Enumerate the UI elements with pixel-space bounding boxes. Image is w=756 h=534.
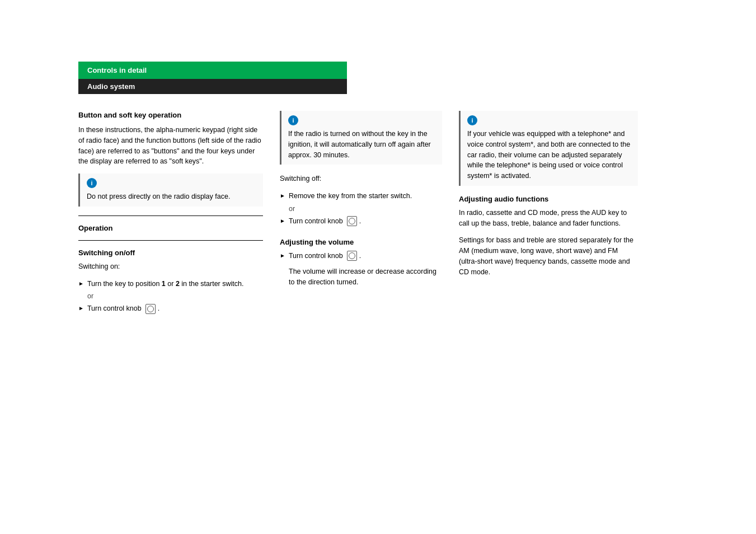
knob-icon-middle-off: [347, 216, 357, 226]
left-bullet1-text: Turn the key to position 1 or 2 in the s…: [87, 279, 244, 289]
switching-heading: Switching on/off: [78, 249, 263, 257]
adjusting-audio-heading: Adjusting audio functions: [459, 195, 638, 203]
knob-icon-volume: [347, 251, 357, 261]
bullet-arrow-1: ►: [78, 280, 84, 287]
knob-icon-left: [145, 304, 156, 314]
middle-info-icon: i: [288, 115, 298, 125]
header-black-bar: Audio system: [78, 79, 347, 94]
header-title: Controls in detail: [87, 66, 147, 74]
middle-bullet2-text: Turn control knob .: [289, 216, 361, 227]
middle-bullet1: ► Remove the key from the starter switch…: [280, 191, 442, 202]
adjusting-audio-text2: Settings for bass and treble are stored …: [459, 235, 638, 277]
bullet-arrow-2: ►: [78, 305, 84, 311]
left-section-heading: Button and soft key operation: [78, 111, 263, 119]
right-info-text: If your vehicle was equipped with a tele…: [467, 129, 631, 181]
left-info-box: i Do not press directly on the radio dis…: [78, 174, 263, 207]
right-info-icon: i: [467, 115, 477, 125]
header-green-bar: Controls in detail: [78, 62, 347, 79]
left-bullet2-text: Turn control knob .: [87, 303, 159, 314]
middle-info-box: i If the radio is turned on without the …: [280, 111, 442, 165]
header-subtitle: Audio system: [87, 82, 135, 91]
middle-info-text: If the radio is turned on without the ke…: [288, 129, 435, 160]
header-section: Controls in detail Audio system: [78, 62, 347, 94]
page-container: Controls in detail Audio system Button a…: [0, 62, 756, 534]
left-bullet2: ► Turn control knob .: [78, 303, 263, 314]
adjusting-audio-text1: In radio, cassette and CD mode, press th…: [459, 208, 638, 229]
or-text-1: or: [87, 292, 263, 300]
right-column: i If your vehicle was equipped with a te…: [459, 111, 638, 317]
adjusting-volume-heading: Adjusting the volume: [280, 238, 442, 246]
info-icon: i: [87, 178, 97, 188]
volume-body-text: The volume will increase or decrease acc…: [289, 266, 442, 288]
middle-column: i If the radio is turned on without the …: [280, 111, 459, 317]
middle-bullet2: ► Turn control knob .: [280, 216, 442, 227]
operation-divider2: [78, 240, 263, 241]
left-column: Button and soft key operation In these i…: [78, 111, 280, 317]
middle-bullet-arrow-2: ►: [280, 218, 285, 224]
main-content: Button and soft key operation In these i…: [78, 111, 700, 317]
middle-or-text: or: [289, 205, 442, 213]
left-bullet1: ► Turn the key to position 1 or 2 in the…: [78, 279, 263, 289]
middle-bullet-arrow-1: ►: [280, 193, 285, 199]
operation-divider: [78, 216, 263, 216]
middle-bullet1-text: Remove the key from the starter switch.: [289, 191, 412, 202]
left-info-text: Do not press directly on the radio displ…: [87, 191, 256, 202]
switching-off-label: Switching off:: [280, 174, 442, 184]
volume-bullet: ► Turn control knob .: [280, 251, 442, 261]
switching-on-label: Switching on:: [78, 261, 263, 272]
operation-label: Operation: [78, 224, 263, 232]
right-info-box: i If your vehicle was equipped with a te…: [459, 111, 638, 186]
volume-bullet-arrow: ►: [280, 252, 285, 259]
left-intro-text: In these instructions, the alpha-numeric…: [78, 125, 263, 167]
volume-bullet-text: Turn control knob .: [289, 251, 361, 261]
